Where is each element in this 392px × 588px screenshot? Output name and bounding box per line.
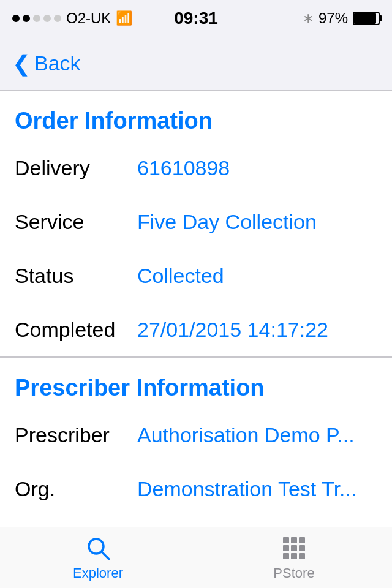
bluetooth-icon: ∗ — [303, 10, 314, 26]
service-row: Service Five Day Collection — [0, 195, 392, 249]
svg-rect-4 — [299, 537, 305, 543]
pstore-icon — [281, 535, 307, 562]
svg-rect-7 — [299, 545, 305, 551]
delivery-value: 61610898 — [137, 156, 377, 180]
battery-icon — [353, 12, 380, 25]
service-label: Service — [15, 210, 137, 234]
order-section-title: Order Information — [15, 108, 213, 134]
signal-dot-1 — [12, 15, 20, 22]
svg-line-1 — [102, 552, 109, 559]
prescriber-label: Prescriber — [15, 423, 137, 447]
battery-fill — [354, 13, 376, 24]
status-label: Status — [15, 264, 137, 288]
svg-rect-3 — [291, 537, 297, 543]
completed-row: Completed 27/01/2015 14:17:22 — [0, 303, 392, 357]
signal-dot-4 — [43, 15, 51, 22]
status-time: 09:31 — [174, 9, 218, 28]
content-area: Order Information Delivery 61610898 Serv… — [0, 91, 392, 588]
signal-dots — [12, 15, 61, 22]
prescriber-section-title: Prescriber Information — [15, 375, 265, 401]
svg-rect-6 — [291, 545, 297, 551]
prescriber-section-header: Prescriber Information — [0, 357, 392, 409]
nav-bar: ❮ Back — [0, 37, 392, 91]
prescriber-row: Prescriber Authorisation Demo P... — [0, 409, 392, 462]
signal-dot-5 — [54, 15, 61, 22]
status-bar: O2-UK 📶 09:31 ∗ 97% — [0, 0, 392, 37]
order-section-header: Order Information — [0, 91, 392, 141]
svg-rect-5 — [283, 545, 289, 551]
svg-rect-9 — [291, 553, 297, 559]
org-value: Demonstration Test Tr... — [137, 477, 377, 501]
status-row: Status Collected — [0, 249, 392, 303]
wifi-icon: 📶 — [116, 10, 132, 26]
prescriber-value: Authorisation Demo P... — [137, 423, 377, 447]
search-icon — [85, 535, 111, 562]
svg-rect-8 — [283, 553, 289, 559]
svg-rect-2 — [283, 537, 289, 543]
carrier-label: O2-UK — [66, 10, 111, 27]
completed-label: Completed — [15, 318, 137, 342]
status-left: O2-UK 📶 — [12, 10, 132, 27]
tab-pstore-label: PStore — [273, 565, 314, 581]
tab-explorer-label: Explorer — [73, 565, 123, 581]
back-chevron-icon: ❮ — [12, 53, 31, 75]
signal-dot-3 — [33, 15, 40, 22]
service-value: Five Day Collection — [137, 210, 377, 234]
svg-rect-10 — [299, 553, 305, 559]
org-row: Org. Demonstration Test Tr... — [0, 462, 392, 516]
delivery-row: Delivery 61610898 — [0, 141, 392, 195]
completed-value: 27/01/2015 14:17:22 — [137, 318, 377, 342]
tab-bar: Explorer PStore — [0, 527, 392, 588]
org-label: Org. — [15, 477, 137, 501]
status-value: Collected — [137, 264, 377, 288]
tab-explorer[interactable]: Explorer — [0, 527, 196, 588]
back-label: Back — [34, 51, 81, 75]
signal-dot-2 — [23, 15, 30, 22]
back-button[interactable]: ❮ Back — [12, 51, 81, 75]
delivery-label: Delivery — [15, 156, 137, 180]
battery-percent: 97% — [318, 10, 348, 27]
tab-pstore[interactable]: PStore — [196, 527, 392, 588]
status-right: ∗ 97% — [303, 10, 380, 27]
